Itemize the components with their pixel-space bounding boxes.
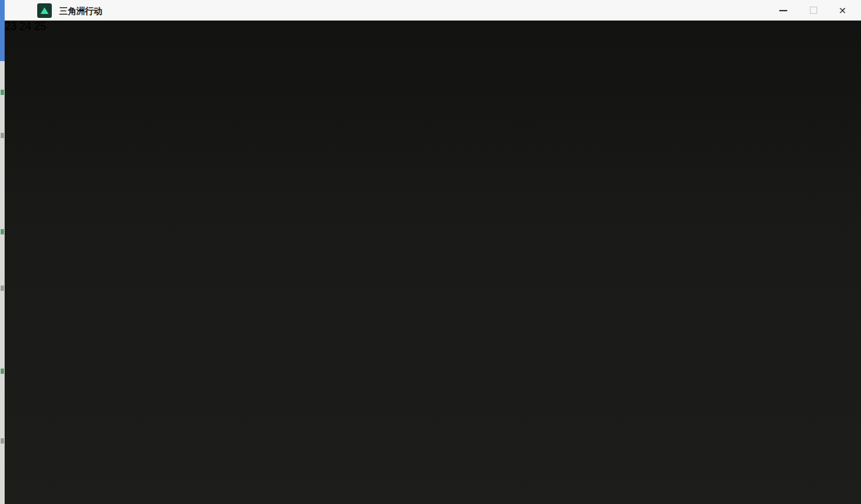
sliver-text-mark [1,133,4,138]
sliver-text-mark [1,438,4,444]
sliver-text-mark [1,90,4,95]
sliver-text-mark [1,286,4,291]
window-title: 三角洲行动 [59,5,102,17]
background-window-sliver [0,0,5,504]
sliver-text-mark [1,229,4,234]
maximize-button[interactable] [802,0,824,21]
close-button[interactable]: ✕ [831,0,854,21]
scene-background: 23 24 25 [5,21,861,504]
app-logo-icon [37,3,52,18]
sliver-text-mark [1,369,4,374]
titlebar: 三角洲行动 ✕ [5,0,861,21]
sliver-selection [0,0,5,61]
app-window: 23 24 25 [0,0,861,504]
minimize-button[interactable] [772,0,795,21]
